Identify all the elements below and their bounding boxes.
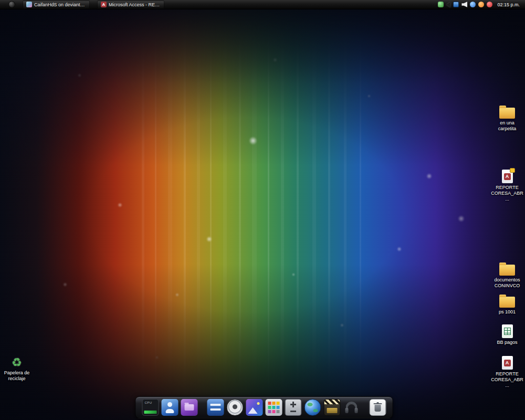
cpu-usage-bar	[144, 411, 157, 414]
start-button[interactable]	[8, 1, 15, 8]
messenger-icon[interactable]	[438, 2, 444, 7]
purple-folder-icon[interactable]	[181, 399, 198, 416]
folder-icon	[499, 297, 515, 308]
warning-icon[interactable]	[478, 2, 484, 7]
image-viewer-icon[interactable]	[246, 399, 263, 416]
dock: CPU	[135, 396, 393, 418]
cpu-meter-widget[interactable]: CPU	[142, 399, 159, 416]
speaker-icon[interactable]	[461, 2, 467, 7]
headphones-icon[interactable]	[343, 399, 360, 416]
wallpaper	[0, 9, 525, 420]
desktop-icon-label: en una carpetita	[490, 120, 524, 132]
taskbar: CaifanHdS on deviantA... A Microsoft Acc…	[0, 0, 525, 9]
recycle-bin-icon: ♻	[12, 357, 22, 369]
access-badge: A	[504, 173, 511, 180]
task-label: Microsoft Access - REP...	[109, 2, 161, 7]
remote-desktop-icon[interactable]	[162, 399, 178, 416]
dock-trash-icon[interactable]	[370, 399, 386, 416]
desktop-icon-reporte-coresa-2[interactable]: A REPORTE CORESA_ABR...	[488, 356, 525, 388]
access-file-icon: A	[502, 356, 513, 370]
task-label: CaifanHdS on deviantA...	[34, 2, 86, 7]
desktop-icon-label: BB pagos	[490, 340, 524, 345]
media-disc-icon[interactable]	[227, 399, 244, 416]
desktop-icon-en-una-carpetita[interactable]: en una carpetita	[488, 105, 525, 132]
desktop-icon-documentos-coninvco[interactable]: documentos CONINVCO	[488, 262, 525, 289]
deviantart-icon	[26, 2, 32, 7]
folder-icon	[499, 108, 515, 119]
excel-file-icon	[502, 324, 513, 338]
web-browser-icon[interactable]	[304, 399, 321, 416]
calculator-icon[interactable]	[285, 399, 302, 416]
hide-icons-arrow-icon[interactable]	[446, 2, 450, 7]
desktop-screen: CaifanHdS on deviantA... A Microsoft Acc…	[0, 0, 525, 420]
taskbar-task-deviantart[interactable]: CaifanHdS on deviantA...	[23, 1, 90, 8]
desktop[interactable]: en una carpetita A REPORTE CORESA_ABR...…	[0, 9, 525, 420]
desktop-icon-recycle-bin[interactable]: ♻ Papelera de reciclaje	[0, 356, 34, 382]
desktop-icon-bb-pagos[interactable]: BB pagos	[488, 324, 525, 345]
display-icon[interactable]	[453, 2, 459, 7]
desktop-icon-reporte-coresa-1[interactable]: A REPORTE CORESA_ABR...	[488, 170, 525, 202]
access-icon: A	[101, 2, 107, 7]
excel-grid	[504, 328, 511, 335]
access-badge: A	[504, 360, 511, 366]
taskbar-task-access[interactable]: A Microsoft Access - REP...	[97, 1, 164, 8]
desktop-icon-label: documentos CONINVCO	[490, 277, 524, 289]
system-tray: 02:15 p.m.	[438, 2, 525, 7]
calendar-grid-icon[interactable]	[266, 399, 282, 416]
movie-maker-icon[interactable]	[324, 399, 341, 416]
clock[interactable]: 02:15 p.m.	[497, 2, 520, 7]
desktop-icon-label: REPORTE CORESA_ABR...	[490, 185, 524, 202]
cpu-label: CPU	[145, 401, 152, 404]
desktop-icon-ps-1001[interactable]: ps 1001	[488, 294, 525, 315]
file-cabinet-icon[interactable]	[207, 399, 224, 416]
desktop-icon-label: Papelera de reciclaje	[0, 370, 34, 382]
folder-icon	[499, 265, 515, 276]
access-file-icon: A	[502, 170, 513, 183]
desktop-icon-label: REPORTE CORESA_ABR...	[490, 371, 524, 388]
desktop-icon-label: ps 1001	[490, 309, 524, 315]
alert-icon[interactable]	[487, 2, 492, 7]
update-icon[interactable]	[470, 2, 476, 7]
